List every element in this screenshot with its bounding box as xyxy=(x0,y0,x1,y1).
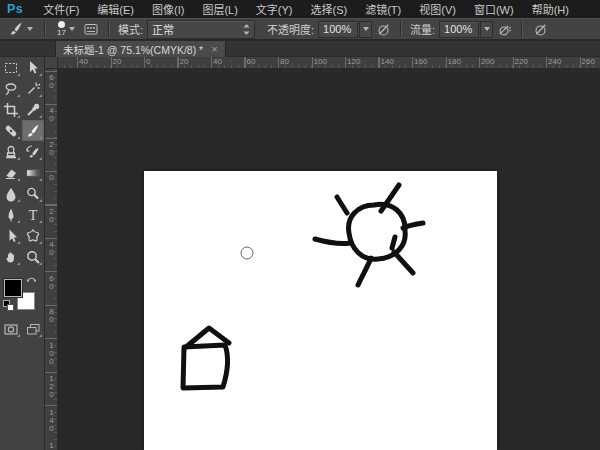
healing-brush-icon xyxy=(3,123,19,139)
blur-icon xyxy=(3,186,19,202)
ruler-tick-label: 60 xyxy=(47,274,56,290)
ruler-tick-label: 200 xyxy=(481,57,494,67)
document-canvas[interactable] xyxy=(144,171,497,450)
quick-mask-icon xyxy=(3,321,19,337)
opacity-label: 不透明度: xyxy=(267,21,314,37)
brush-size-value: 17 xyxy=(57,29,66,37)
menu-file[interactable]: 文件(F) xyxy=(34,1,88,17)
menu-view[interactable]: 视图(V) xyxy=(410,1,465,17)
horizontal-ruler[interactable]: 4020020406080100120140160180200220240260 xyxy=(45,57,600,69)
sketch-drawing xyxy=(144,171,497,450)
tool-zoom[interactable] xyxy=(22,246,44,267)
tool-brush[interactable] xyxy=(22,120,44,141)
default-bg-square xyxy=(7,304,14,311)
menu-items: 文件(F)编辑(E)图像(I)图层(L)文字(Y)选择(S)滤镜(T)视图(V)… xyxy=(34,1,578,17)
lasso-icon xyxy=(3,81,19,97)
tool-magic-wand[interactable] xyxy=(22,78,44,99)
pen-pressure-icon xyxy=(533,22,548,37)
menu-bar: Ps 文件(F)编辑(E)图像(I)图层(L)文字(Y)选择(S)滤镜(T)视图… xyxy=(0,0,600,18)
tool-lasso[interactable] xyxy=(0,78,22,99)
brush-icon xyxy=(25,123,41,139)
tool-blur[interactable] xyxy=(0,183,22,204)
document-title: 未标题-1 @ 75.1%(CMYK/8) * xyxy=(63,42,203,57)
toolbar-extras xyxy=(0,318,44,339)
rectangular-marquee-icon xyxy=(3,60,19,76)
ruler-tick-label: 120 xyxy=(47,374,56,398)
default-colors-icon[interactable] xyxy=(3,300,13,310)
tool-pen[interactable] xyxy=(0,204,22,225)
ruler-tick-label: 40 xyxy=(213,57,222,67)
brush-cursor xyxy=(241,247,253,259)
svg-text:T: T xyxy=(29,208,38,223)
menu-window[interactable]: 窗口(W) xyxy=(465,1,523,17)
magic-wand-icon xyxy=(25,81,41,97)
tool-options-bar: 17 模式: 正常 不透明度: 100% xyxy=(0,18,600,40)
dodge-icon xyxy=(25,186,41,202)
tool-gradient[interactable] xyxy=(22,162,44,183)
ruler-tick-label: 40 xyxy=(47,240,56,256)
pressure-opacity-button[interactable] xyxy=(372,19,394,39)
menu-type[interactable]: 文字(Y) xyxy=(247,1,302,17)
history-brush-icon xyxy=(25,144,41,160)
mode-label: 模式: xyxy=(118,21,143,37)
tool-move[interactable] xyxy=(22,57,44,78)
close-tab-icon[interactable]: × xyxy=(211,44,217,55)
menu-layer[interactable]: 图层(L) xyxy=(193,1,246,17)
spinner-arrows-icon xyxy=(243,23,250,36)
vertical-ruler[interactable]: 604020020406080100120140160 xyxy=(45,57,58,450)
tool-rectangular-marquee[interactable] xyxy=(0,57,22,78)
brush-preset-picker[interactable]: 17 xyxy=(52,19,80,39)
toggle-brush-panel-button[interactable] xyxy=(80,19,102,39)
opacity-dropdown-button[interactable] xyxy=(359,21,372,38)
ruler-tick-label: 240 xyxy=(548,57,561,67)
ruler-tick-label: 0 xyxy=(47,173,56,181)
swap-colors-icon[interactable] xyxy=(26,274,38,285)
foreground-color-swatch[interactable] xyxy=(4,279,22,297)
tool-crop[interactable] xyxy=(0,99,22,120)
document-tab[interactable]: 未标题-1 @ 75.1%(CMYK/8) * × xyxy=(55,41,226,57)
tool-eyedropper[interactable] xyxy=(22,99,44,120)
tool-path-selection[interactable] xyxy=(0,225,22,246)
ruler-tick-label: 100 xyxy=(47,341,56,365)
ruler-tick-label: 180 xyxy=(448,57,461,67)
screen-mode-button[interactable] xyxy=(22,318,44,339)
chevron-down-icon xyxy=(363,27,369,31)
tool-hand[interactable] xyxy=(0,246,22,267)
ruler-tick-label: 160 xyxy=(414,57,427,67)
menu-help[interactable]: 帮助(H) xyxy=(523,1,578,17)
menu-edit[interactable]: 编辑(E) xyxy=(88,1,143,17)
tool-history-brush[interactable] xyxy=(22,141,44,162)
tool-custom-shape[interactable] xyxy=(22,225,44,246)
blend-mode-select[interactable]: 正常 xyxy=(147,20,255,39)
zoom-icon xyxy=(25,249,41,265)
ruler-tick-label: 20 xyxy=(113,57,122,67)
menu-image[interactable]: 图像(I) xyxy=(143,1,193,17)
type-icon: T xyxy=(25,207,41,223)
airbrush-button[interactable] xyxy=(493,19,515,39)
ruler-tick-label: 60 xyxy=(47,73,56,89)
flow-value-field[interactable]: 100% xyxy=(439,21,479,38)
menu-select[interactable]: 选择(S) xyxy=(302,1,357,17)
flow-dropdown-button[interactable] xyxy=(480,21,493,38)
opacity-value-field[interactable]: 100% xyxy=(318,21,358,38)
divider xyxy=(521,21,523,37)
pasteboard xyxy=(58,69,600,450)
tool-healing-brush[interactable] xyxy=(0,120,22,141)
ruler-tick-label: 60 xyxy=(247,57,256,67)
ruler-corner[interactable] xyxy=(45,57,58,69)
sun-ray-bottom xyxy=(358,258,371,285)
brush-tip-dot xyxy=(58,21,65,28)
pressure-size-button[interactable] xyxy=(529,19,551,39)
screen-mode-icon xyxy=(25,321,41,337)
ruler-tick-label: 120 xyxy=(347,57,360,67)
tool-clone-stamp[interactable] xyxy=(0,141,22,162)
menu-filter[interactable]: 滤镜(T) xyxy=(356,1,410,17)
tool-preset-picker[interactable] xyxy=(3,19,38,39)
tool-eraser[interactable] xyxy=(0,162,22,183)
quick-mask-button[interactable] xyxy=(0,318,22,339)
ruler-tick-label: 40 xyxy=(79,57,88,67)
tool-type[interactable]: T xyxy=(22,204,44,225)
ruler-tick-label: 140 xyxy=(47,408,56,432)
tool-dodge[interactable] xyxy=(22,183,44,204)
divider xyxy=(400,21,402,37)
